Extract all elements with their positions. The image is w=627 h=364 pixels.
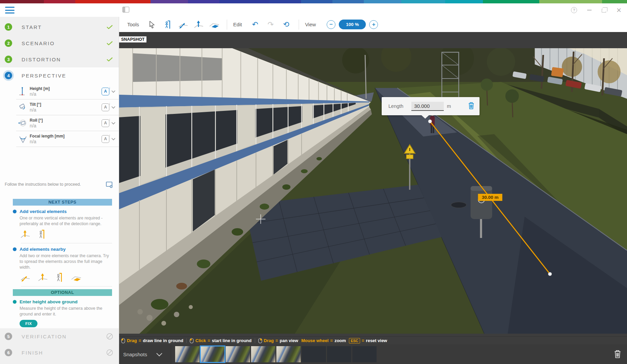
ground-plane-tool[interactable]	[209, 19, 220, 30]
auto-button[interactable]: A↓	[102, 88, 109, 95]
instruction-add-vertical: Add vertical elements One or more vertic…	[13, 209, 112, 243]
bullet-icon	[13, 247, 17, 251]
param-label: Height [m]	[30, 86, 102, 91]
instruction-height-above-ground: Enter height above ground Measure the he…	[13, 299, 112, 327]
reset-button[interactable]: ⟲	[280, 19, 292, 30]
optional-banner: OPTIONAL	[13, 289, 112, 296]
param-label: Tilt [°]	[30, 102, 102, 107]
mouse-left-icon	[121, 338, 125, 343]
chevron-down-icon[interactable]	[111, 104, 115, 110]
check-icon	[105, 25, 114, 29]
param-value[interactable]: n/a	[30, 91, 102, 97]
snapshot-thumbnail[interactable]	[276, 346, 301, 362]
esc-key-icon: ESC	[349, 338, 360, 343]
mouse-left-icon	[190, 338, 194, 343]
auto-button[interactable]: A↓	[102, 135, 109, 143]
snapshot-thumbnail[interactable]	[175, 346, 199, 362]
chevron-down-icon[interactable]	[111, 120, 115, 126]
step-label: FINISH	[22, 350, 105, 356]
hint-drag-pan: Drag= pan view	[258, 338, 298, 343]
minimize-icon[interactable]	[587, 10, 592, 10]
next-steps-banner: NEXT STEPS	[13, 199, 112, 206]
close-icon[interactable]: ✕	[616, 7, 622, 13]
step-number: 6	[5, 349, 12, 356]
auto-button[interactable]: A↓	[102, 119, 109, 127]
focal-length-icon	[16, 134, 30, 144]
help-icon[interactable]: ?	[571, 7, 577, 13]
undo-button[interactable]: ↶	[249, 19, 261, 30]
param-value[interactable]: n/a	[30, 123, 102, 128]
toolbar-divider	[299, 20, 299, 30]
param-label: Roll [°]	[30, 118, 102, 123]
app-header: ? ✕	[0, 3, 627, 17]
fix-button[interactable]: FIX	[20, 320, 37, 327]
length-input[interactable]	[411, 102, 444, 111]
step-number: 5	[5, 333, 12, 340]
ground-line-tool[interactable]	[178, 19, 189, 30]
snapshot-slot-empty	[352, 346, 377, 362]
snapshot-thumbnail[interactable]	[226, 346, 250, 362]
display-settings-icon[interactable]	[105, 181, 113, 190]
step-number: 1	[5, 23, 12, 31]
person-element-icon	[38, 230, 46, 240]
vertical-line-tool[interactable]	[193, 19, 205, 30]
sidebar-item-start[interactable]: 1 START	[0, 19, 119, 35]
chevron-down-icon[interactable]	[111, 136, 115, 142]
calibration-canvas[interactable]: SNAPSHOT	[119, 32, 627, 336]
zoom-out-button[interactable]: −	[327, 20, 335, 29]
bullet-icon	[13, 210, 17, 213]
length-unit: m	[447, 103, 468, 109]
snapshots-label: Snapshots	[123, 352, 147, 357]
manhole	[451, 202, 466, 208]
step-label: START	[22, 24, 105, 30]
instructions-intro: Follow the instructions below to proceed…	[5, 181, 105, 187]
hint-drag-draw: Drag= draw line in ground	[121, 338, 183, 343]
snapshot-tag: SNAPSHOT	[119, 36, 146, 42]
select-cursor-tool[interactable]	[146, 19, 158, 30]
sidebar-toggle-icon[interactable]	[122, 7, 129, 12]
zoom-level-badge: 100 %	[339, 20, 366, 29]
snapshot-thumbnail-selected[interactable]	[200, 346, 225, 362]
step-label: DISTORTION	[22, 57, 105, 62]
step-label: PERSPECTIVE	[22, 73, 105, 79]
zoom-in-button[interactable]: +	[369, 20, 378, 29]
param-row-focal-length: Focal length [mm] n/a A↓	[16, 131, 119, 147]
check-icon	[105, 41, 114, 45]
hint-wheel-zoom: Mouse wheel= zoom	[301, 338, 346, 343]
sidebar-item-verification[interactable]: 5 VERIFICATION	[0, 328, 119, 344]
restore-window-icon[interactable]	[602, 9, 606, 12]
perspective-parameters: Height [m] n/a A↓ Tilt [°] n/a	[0, 84, 119, 147]
length-badge-text: 30.00 m	[482, 195, 499, 200]
param-value[interactable]: n/a	[30, 107, 102, 113]
snapshot-thumbnail[interactable]	[251, 346, 275, 362]
instruction-add-nearby: Add elements nearby Add two or more elem…	[13, 247, 112, 287]
param-value[interactable]: n/a	[30, 139, 102, 144]
wizard-sidebar: 1 START 2 SCENARIO 3 DISTORTION 4 PERSPE…	[0, 17, 119, 364]
tools-label: Tools	[127, 22, 139, 27]
redo-button[interactable]: ↷	[265, 19, 276, 30]
delete-line-trash-icon[interactable]	[468, 102, 475, 111]
sidebar-item-finish[interactable]: 6 FINISH	[0, 344, 119, 361]
chevron-down-icon[interactable]	[156, 352, 163, 358]
hint-esc-reset: ESC= reset view	[349, 338, 387, 343]
check-icon	[105, 57, 114, 61]
length-label: Length	[388, 103, 403, 109]
sidebar-item-scenario[interactable]: 2 SCENARIO	[0, 35, 119, 51]
menu-icon[interactable]	[5, 7, 15, 13]
step-label: SCENARIO	[22, 40, 105, 46]
step-number: 3	[5, 56, 12, 63]
step-label: VERIFICATION	[22, 334, 105, 339]
sidebar-item-distortion[interactable]: 3 DISTORTION	[0, 51, 119, 67]
line-endpoint[interactable]	[548, 272, 552, 276]
person-element-tool[interactable]	[162, 19, 173, 30]
mouse-right-icon	[258, 338, 262, 343]
sidebar-item-perspective[interactable]: 4 PERSPECTIVE	[0, 67, 119, 84]
line-endpoint[interactable]	[428, 120, 432, 123]
auto-button[interactable]: A↓	[102, 103, 109, 111]
ground-plane-icon	[71, 273, 82, 283]
chevron-down-icon[interactable]	[111, 88, 115, 94]
camera-snapshot-image[interactable]: 30.00 m	[119, 48, 627, 334]
edit-label: Edit	[233, 22, 242, 27]
delete-snapshot-trash-icon[interactable]	[614, 350, 622, 360]
person-element-icon	[55, 273, 63, 283]
